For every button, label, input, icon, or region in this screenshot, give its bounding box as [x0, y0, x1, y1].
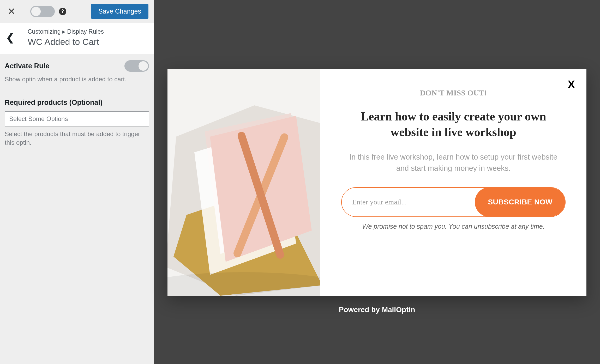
- subscribe-button[interactable]: SUBSCRIBE NOW: [475, 187, 566, 217]
- email-input[interactable]: [342, 188, 475, 216]
- optin-close-button[interactable]: X: [568, 78, 575, 91]
- breadcrumb: ❮ Customizing ▸ Display Rules WC Added t…: [0, 23, 154, 54]
- settings-panel: Activate Rule Show optin when a product …: [0, 54, 154, 147]
- optin-subtext: In this free live workshop, learn how to…: [344, 151, 563, 174]
- back-button[interactable]: ❮: [0, 28, 20, 47]
- setting-products-title: Required products (Optional): [5, 99, 103, 106]
- setting-activate-title: Activate Rule: [5, 62, 49, 70]
- setting-activate-desc: Show optin when a product is added to ca…: [5, 75, 149, 84]
- optin-content: X DON'T MISS OUT! Learn how to easily cr…: [320, 69, 586, 296]
- optin-headline: Learn how to easily create your own webs…: [341, 109, 566, 140]
- chevron-left-icon: ❮: [6, 32, 14, 43]
- sidebar-header: ✕ ? Save Changes: [0, 0, 154, 23]
- powered-by: Powered by MailOptin: [339, 306, 415, 314]
- breadcrumb-path: Customizing ▸ Display Rules: [28, 28, 104, 35]
- powered-prefix: Powered by: [339, 306, 382, 314]
- customizer-sidebar: ✕ ? Save Changes ❮ Customizing ▸ Display…: [0, 0, 154, 364]
- setting-activate-header: Activate Rule: [5, 60, 149, 72]
- breadcrumb-text: Customizing ▸ Display Rules WC Added to …: [28, 28, 104, 47]
- optin-eyebrow: DON'T MISS OUT!: [420, 89, 487, 97]
- activate-rule-toggle[interactable]: [124, 60, 149, 72]
- powered-link[interactable]: MailOptin: [382, 306, 415, 314]
- preview-toggle-wrap: ?: [23, 6, 66, 17]
- preview-toggle[interactable]: [30, 6, 55, 17]
- save-button[interactable]: Save Changes: [91, 4, 148, 19]
- close-button[interactable]: ✕: [0, 0, 23, 23]
- optin-popup: X DON'T MISS OUT! Learn how to easily cr…: [167, 69, 586, 296]
- preview-area: X DON'T MISS OUT! Learn how to easily cr…: [154, 0, 600, 364]
- optin-disclaimer: We promise not to spam you. You can unsu…: [362, 223, 544, 230]
- close-icon: ✕: [8, 6, 15, 17]
- optin-image: [167, 69, 320, 296]
- breadcrumb-title: WC Added to Cart: [28, 37, 104, 47]
- help-icon[interactable]: ?: [59, 8, 66, 15]
- svg-point-8: [167, 272, 320, 296]
- setting-activate-rule: Activate Rule Show optin when a product …: [5, 60, 149, 91]
- setting-required-products: Required products (Optional) Select Some…: [5, 99, 149, 147]
- setting-products-desc: Select the products that must be added t…: [5, 130, 149, 147]
- optin-form: SUBSCRIBE NOW: [341, 187, 566, 217]
- products-select-input[interactable]: Select Some Options: [5, 111, 149, 126]
